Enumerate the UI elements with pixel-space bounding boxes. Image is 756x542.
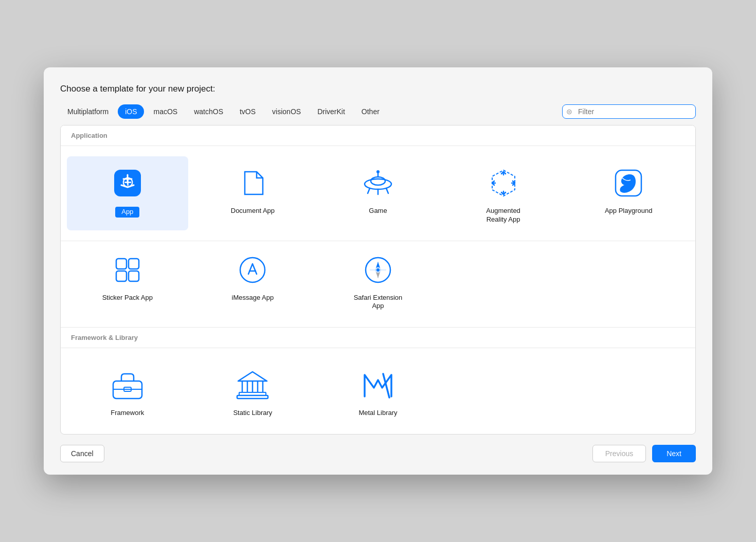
- template-metal-library[interactable]: Metal Library: [317, 358, 439, 424]
- template-list: Application ⊕ App: [60, 125, 696, 435]
- new-project-dialog: Choose a template for your new project: …: [44, 67, 712, 475]
- next-button[interactable]: Next: [652, 445, 696, 462]
- svg-point-7: [376, 170, 380, 173]
- framework-section-header: Framework & Library: [61, 328, 695, 348]
- tab-visionos[interactable]: visionOS: [265, 104, 308, 119]
- application-items-row1: ⊕ App: [61, 146, 695, 241]
- filter-input[interactable]: [562, 104, 696, 119]
- sticker-pack-label: Sticker Pack App: [102, 294, 153, 302]
- framework-label: Framework: [111, 409, 144, 418]
- svg-point-4: [365, 179, 391, 189]
- game-label: Game: [369, 207, 387, 215]
- framework-icon: [109, 367, 146, 404]
- imessage-app-icon: [234, 251, 271, 288]
- app-playground-label: App Playground: [605, 207, 653, 215]
- template-app[interactable]: ⊕ App: [67, 156, 188, 230]
- tab-driverkit[interactable]: DriverKit: [310, 104, 352, 119]
- template-framework[interactable]: Framework: [67, 358, 188, 424]
- dialog-footer: Cancel Previous Next: [60, 445, 696, 462]
- svg-line-8: [368, 188, 370, 193]
- safari-ext-label: Safari ExtensionApp: [354, 294, 403, 311]
- template-safari-ext[interactable]: Safari ExtensionApp: [317, 243, 439, 317]
- template-sticker-pack[interactable]: Sticker Pack App: [67, 243, 188, 317]
- framework-items: Framework: [61, 348, 695, 434]
- platform-tabs: Multiplatform iOS macOS watchOS tvOS vis…: [60, 104, 696, 119]
- tab-ios[interactable]: iOS: [118, 104, 144, 119]
- metal-library-icon: [359, 367, 397, 404]
- filter-icon: ⊜: [566, 107, 572, 116]
- template-imessage-app[interactable]: iMessage App: [192, 243, 314, 317]
- application-section-header: Application: [61, 125, 695, 146]
- static-library-label: Static Library: [233, 409, 272, 418]
- template-ar-app[interactable]: AugmentedReality App: [443, 156, 564, 230]
- svg-point-21: [240, 258, 265, 282]
- app-label: App: [115, 207, 139, 218]
- safari-ext-icon: [359, 251, 397, 288]
- tab-macos[interactable]: macOS: [146, 104, 185, 119]
- svg-marker-31: [238, 372, 267, 381]
- tab-watchos[interactable]: watchOS: [187, 104, 230, 119]
- svg-line-9: [386, 188, 388, 193]
- tab-tvos[interactable]: tvOS: [232, 104, 263, 119]
- filter-wrapper: ⊜: [562, 104, 696, 119]
- template-document-app[interactable]: Document App: [192, 156, 314, 230]
- svg-point-5: [371, 177, 385, 185]
- svg-rect-17: [116, 259, 127, 269]
- svg-rect-19: [116, 271, 127, 281]
- template-static-library[interactable]: Static Library: [192, 358, 314, 424]
- template-app-playground[interactable]: App Playground: [568, 156, 689, 230]
- svg-rect-18: [129, 259, 139, 269]
- ar-app-icon: [485, 165, 522, 202]
- previous-button[interactable]: Previous: [592, 445, 646, 462]
- game-icon: [359, 165, 397, 202]
- sticker-pack-icon: [109, 251, 146, 288]
- app-icon: ⊕: [109, 165, 146, 202]
- app-playground-icon: [610, 165, 647, 202]
- svg-rect-20: [129, 271, 139, 281]
- tab-multiplatform[interactable]: Multiplatform: [60, 104, 116, 119]
- static-library-icon: [234, 367, 271, 404]
- cancel-button[interactable]: Cancel: [60, 445, 104, 462]
- document-app-icon: [234, 165, 271, 202]
- application-items-row2: Sticker Pack App iMessage App: [61, 241, 695, 328]
- ar-app-label: AugmentedReality App: [486, 207, 520, 224]
- svg-rect-33: [239, 392, 266, 395]
- nav-buttons: Previous Next: [592, 445, 696, 462]
- tab-other[interactable]: Other: [354, 104, 387, 119]
- imessage-app-label: iMessage App: [232, 294, 274, 302]
- metal-library-label: Metal Library: [358, 409, 397, 418]
- svg-point-26: [376, 268, 380, 272]
- document-app-label: Document App: [231, 207, 275, 215]
- dialog-title: Choose a template for your new project:: [60, 84, 696, 94]
- template-game[interactable]: Game: [317, 156, 439, 230]
